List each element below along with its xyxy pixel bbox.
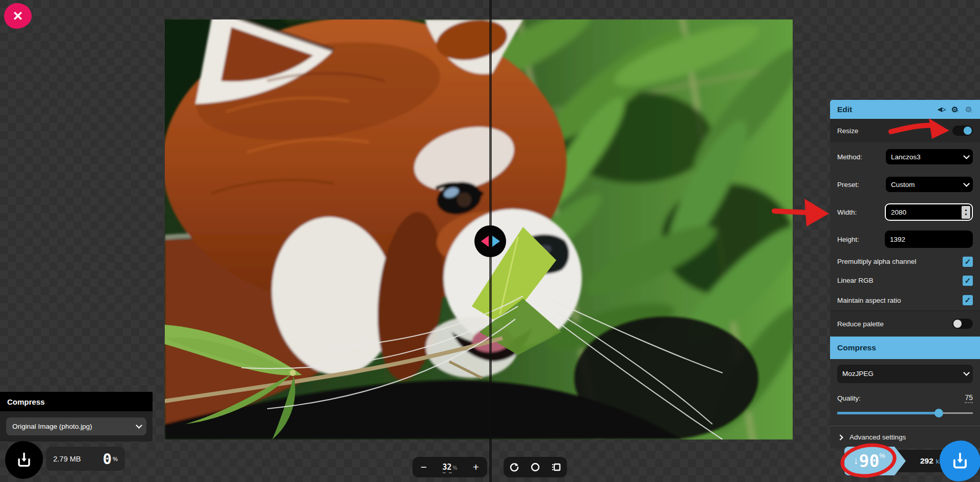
method-label: Method: — [837, 153, 886, 161]
source-file-label: Original Image (photo.jpg) — [12, 423, 136, 430]
quality-label: Quality: — [837, 394, 965, 402]
compare-left-icon — [481, 236, 489, 247]
compressed-size-value: 292 — [920, 456, 933, 466]
left-output-title: Compress — [0, 392, 153, 411]
chevron-down-icon — [963, 153, 970, 159]
edit-title: Edit — [837, 105, 938, 114]
width-input[interactable] — [885, 203, 973, 221]
method-value: Lanczos3 — [891, 153, 963, 161]
zoom-in-button[interactable]: + — [465, 457, 487, 477]
width-stepper[interactable]: ▲ ▼ — [962, 206, 970, 219]
check-icon: ✓ — [965, 296, 971, 305]
aspect-ratio-label: Maintain aspect ratio — [837, 297, 963, 304]
stepper-down-icon: ▼ — [964, 213, 968, 217]
original-delta-unit: % — [113, 456, 118, 462]
quality-value[interactable]: 75 — [965, 393, 973, 403]
copy-settings-down-icon[interactable]: ⚙↓ — [965, 105, 973, 114]
chevron-down-icon — [963, 369, 970, 376]
copy-settings-up-icon[interactable]: ⚙↑ — [951, 105, 959, 114]
quality-slider-thumb[interactable] — [934, 409, 943, 417]
compress-section-header: Compress — [830, 337, 980, 359]
linear-rgb-checkbox[interactable]: ✓ — [963, 276, 973, 286]
edit-compress-panel: Edit ◀▷ ⚙↑ ⚙↓ Resize Method: Lanczos3 Pr… — [830, 100, 980, 448]
close-button[interactable]: ✕ — [4, 3, 32, 29]
toggle-background-button[interactable] — [525, 457, 546, 477]
reduce-palette-label: Reduce palette — [837, 320, 952, 328]
width-label: Width: — [837, 208, 885, 216]
close-icon: ✕ — [13, 10, 24, 23]
original-size-readout: 2.79 MB 0 % — [46, 447, 125, 471]
zoom-controls: − 32% + — [412, 457, 487, 477]
premultiply-checkbox[interactable]: ✓ — [963, 257, 973, 267]
view-controls — [504, 457, 567, 477]
chevron-right-icon — [837, 434, 843, 440]
reduce-palette-toggle[interactable] — [952, 319, 973, 329]
download-compressed-button[interactable] — [940, 441, 980, 481]
compare-settings-icon[interactable]: ◀▷ — [938, 106, 945, 113]
chevron-down-icon — [963, 180, 970, 187]
edit-section-header: Edit ◀▷ ⚙↑ ⚙↓ — [830, 100, 980, 119]
download-original-button[interactable] — [5, 441, 43, 479]
left-output-panel: Original Image (photo.jpg) — [0, 411, 153, 442]
linear-rgb-label: Linear RGB — [837, 277, 963, 284]
savings-badge: ↓ 90 % — [844, 447, 906, 475]
check-icon: ✓ — [965, 276, 971, 285]
rotate-button[interactable] — [504, 457, 525, 477]
resize-toggle[interactable] — [952, 125, 973, 136]
method-select[interactable]: Lanczos3 — [886, 149, 973, 164]
advanced-settings-label: Advanced settings — [850, 433, 906, 441]
savings-badge-tip — [895, 447, 906, 475]
zoom-value: 32 — [443, 463, 452, 473]
stepper-up-icon: ▲ — [964, 208, 968, 212]
quality-slider-fill — [837, 412, 939, 414]
original-delta-value: 0 — [103, 450, 112, 468]
check-icon: ✓ — [965, 257, 971, 266]
compare-right-icon — [492, 236, 500, 247]
resize-label: Resize — [837, 127, 952, 135]
savings-value: 90 — [859, 451, 880, 471]
quality-slider[interactable] — [837, 408, 973, 417]
height-label: Height: — [837, 236, 885, 243]
circle-icon — [530, 462, 540, 472]
codec-value: MozJPEG — [842, 370, 963, 378]
preset-select[interactable]: Custom — [886, 177, 973, 192]
compress-title: Compress — [837, 343, 973, 352]
chevron-down-icon — [136, 422, 142, 429]
original-file-size: 2.79 MB — [53, 455, 81, 463]
preset-value: Custom — [891, 181, 963, 188]
height-input[interactable] — [885, 230, 973, 248]
codec-select[interactable]: MozJPEG — [837, 365, 973, 383]
aspect-ratio-checkbox[interactable]: ✓ — [963, 295, 973, 305]
savings-down-arrow-icon: ↓ — [854, 455, 859, 467]
squoosh-app: ✕ − 32% + Compress Original Image (photo… — [0, 0, 980, 482]
download-icon — [15, 451, 33, 469]
preset-label: Preset: — [837, 181, 886, 188]
savings-unit: % — [879, 452, 885, 459]
source-file-select[interactable]: Original Image (photo.jpg) — [6, 417, 146, 435]
frame-icon — [551, 462, 561, 472]
fit-to-screen-button[interactable] — [546, 457, 567, 477]
premultiply-label: Premultiply alpha channel — [837, 258, 963, 265]
rotate-icon — [509, 462, 519, 472]
compare-handle[interactable] — [474, 225, 506, 257]
zoom-unit: % — [453, 465, 458, 471]
zoom-out-button[interactable]: − — [412, 457, 435, 477]
download-icon — [950, 451, 970, 471]
zoom-level[interactable]: 32% — [435, 463, 465, 472]
